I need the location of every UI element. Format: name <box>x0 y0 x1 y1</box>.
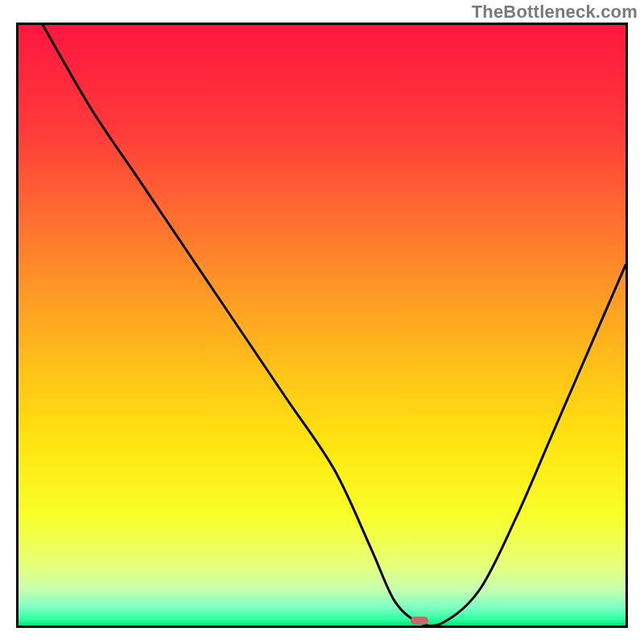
plot-area <box>16 23 628 628</box>
bottleneck-curve-line <box>43 25 625 625</box>
watermark-text: TheBottleneck.com <box>472 2 638 23</box>
bottleneck-curve-svg <box>19 25 625 625</box>
chart-frame: TheBottleneck.com <box>0 0 644 644</box>
optimal-point-marker <box>411 617 428 625</box>
